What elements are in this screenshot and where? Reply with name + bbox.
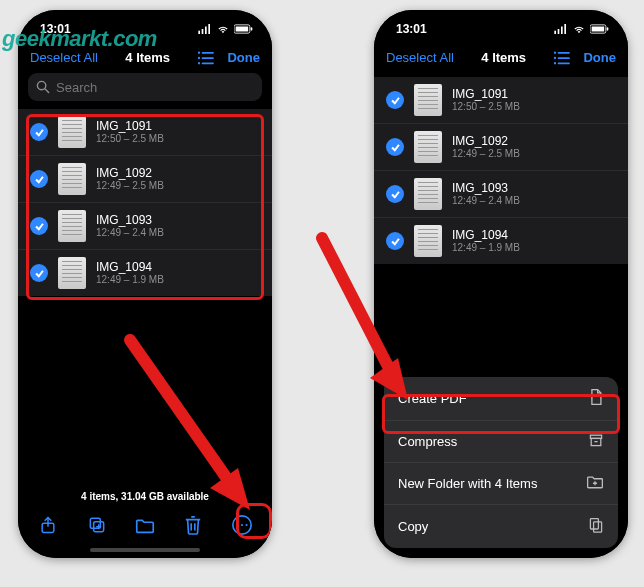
file-thumbnail [414, 131, 442, 163]
file-name: IMG_1092 [452, 134, 520, 148]
svg-rect-31 [558, 29, 560, 34]
deselect-all-button[interactable]: Deselect All [30, 50, 98, 65]
checkmark-icon[interactable] [386, 91, 404, 109]
file-row[interactable]: IMG_1092 12:49 – 2.5 MB [18, 156, 272, 203]
svg-point-26 [241, 524, 243, 526]
file-thumbnail [414, 225, 442, 257]
duplicate-icon[interactable] [86, 514, 108, 536]
menu-new-folder[interactable]: New Folder with 4 Items [384, 463, 618, 505]
move-folder-icon[interactable] [134, 514, 156, 536]
wifi-icon [216, 24, 230, 34]
menu-label: Create PDF [398, 391, 467, 406]
deselect-all-button[interactable]: Deselect All [386, 50, 454, 65]
checkmark-icon[interactable] [30, 264, 48, 282]
search-input[interactable] [56, 80, 254, 95]
menu-create-pdf[interactable]: Create PDF [384, 377, 618, 421]
svg-rect-36 [607, 27, 609, 30]
notch [85, 10, 205, 32]
menu-copy[interactable]: Copy [384, 505, 618, 548]
menu-compress[interactable]: Compress [384, 421, 618, 463]
file-name: IMG_1094 [452, 228, 520, 242]
file-name: IMG_1091 [96, 119, 164, 133]
context-menu: Create PDF Compress New Folder with 4 It… [384, 377, 618, 548]
page-title: 4 Items [125, 50, 170, 65]
file-meta: 12:49 – 1.9 MB [96, 274, 164, 286]
file-row[interactable]: IMG_1091 12:50 – 2.5 MB [18, 109, 272, 156]
folder-plus-icon [586, 474, 604, 493]
svg-rect-2 [205, 27, 207, 35]
svg-rect-3 [208, 24, 210, 34]
share-icon[interactable] [37, 514, 59, 536]
more-icon[interactable] [231, 514, 253, 536]
checkmark-icon[interactable] [30, 170, 48, 188]
svg-rect-6 [251, 27, 253, 30]
file-row[interactable]: IMG_1091 12:50 – 2.5 MB [374, 77, 628, 124]
svg-point-41 [554, 56, 556, 58]
svg-rect-0 [198, 31, 200, 34]
status-time: 13:01 [40, 22, 71, 36]
search-field[interactable] [28, 73, 262, 101]
svg-point-12 [198, 62, 200, 64]
bottom-toolbar [18, 504, 272, 548]
home-indicator [18, 548, 272, 558]
menu-label: Copy [398, 519, 428, 534]
svg-rect-5 [236, 27, 249, 32]
document-icon [588, 388, 604, 409]
done-button[interactable]: Done [227, 50, 260, 65]
phone-left: 13:01 Deselect All 4 Items Done [18, 10, 272, 558]
checkmark-icon[interactable] [30, 123, 48, 141]
footer-summary: 4 items, 31.04 GB available [18, 491, 272, 504]
status-time: 13:01 [396, 22, 427, 36]
copy-icon [588, 516, 604, 537]
file-name: IMG_1094 [96, 260, 164, 274]
file-row[interactable]: IMG_1092 12:49 – 2.5 MB [374, 124, 628, 171]
svg-point-11 [198, 56, 200, 58]
file-meta: 12:50 – 2.5 MB [96, 133, 164, 145]
battery-icon [590, 24, 610, 34]
checkmark-icon[interactable] [30, 217, 48, 235]
checkmark-icon[interactable] [386, 138, 404, 156]
svg-rect-35 [592, 27, 605, 32]
notch [441, 10, 561, 32]
trash-icon[interactable] [182, 514, 204, 536]
svg-point-13 [37, 81, 45, 89]
file-meta: 12:49 – 2.5 MB [96, 180, 164, 192]
svg-point-42 [554, 62, 556, 64]
view-list-icon[interactable] [197, 51, 215, 65]
view-list-icon[interactable] [553, 51, 571, 65]
menu-label: Compress [398, 434, 457, 449]
file-meta: 12:49 – 2.5 MB [452, 148, 520, 160]
battery-icon [234, 24, 254, 34]
svg-point-25 [236, 524, 238, 526]
status-right [554, 24, 610, 34]
file-name: IMG_1091 [452, 87, 520, 101]
svg-rect-49 [594, 522, 602, 532]
file-meta: 12:49 – 2.4 MB [452, 195, 520, 207]
navbar: Deselect All 4 Items Done [374, 48, 628, 71]
file-row[interactable]: IMG_1094 12:49 – 1.9 MB [18, 250, 272, 296]
page-title: 4 Items [481, 50, 526, 65]
file-meta: 12:49 – 2.4 MB [96, 227, 164, 239]
svg-rect-33 [564, 24, 566, 34]
file-thumbnail [58, 257, 86, 289]
menu-label: New Folder with 4 Items [398, 476, 537, 491]
file-row[interactable]: IMG_1093 12:49 – 2.4 MB [18, 203, 272, 250]
svg-rect-30 [554, 31, 556, 34]
svg-rect-48 [590, 519, 598, 529]
wifi-icon [572, 24, 586, 34]
file-row[interactable]: IMG_1093 12:49 – 2.4 MB [374, 171, 628, 218]
file-meta: 12:49 – 1.9 MB [452, 242, 520, 254]
file-thumbnail [58, 116, 86, 148]
svg-rect-1 [202, 29, 204, 34]
file-thumbnail [414, 84, 442, 116]
file-name: IMG_1093 [452, 181, 520, 195]
done-button[interactable]: Done [583, 50, 616, 65]
file-row[interactable]: IMG_1094 12:49 – 1.9 MB [374, 218, 628, 264]
status-right [198, 24, 254, 34]
file-thumbnail [414, 178, 442, 210]
checkmark-icon[interactable] [386, 185, 404, 203]
svg-rect-32 [561, 27, 563, 35]
navbar: Deselect All 4 Items Done [18, 48, 272, 71]
file-meta: 12:50 – 2.5 MB [452, 101, 520, 113]
checkmark-icon[interactable] [386, 232, 404, 250]
